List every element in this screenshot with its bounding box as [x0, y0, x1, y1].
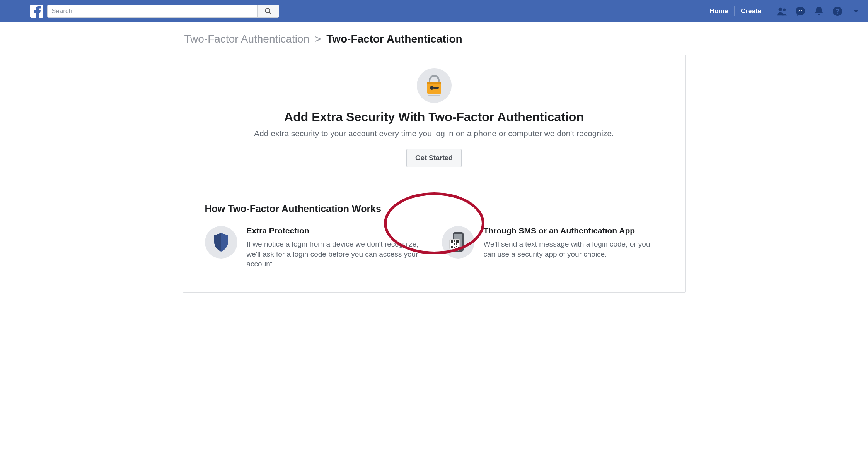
svg-point-4 — [783, 8, 786, 11]
topbar-icons: ? — [777, 6, 861, 16]
dropdown-icon[interactable] — [851, 6, 861, 16]
main-card: Add Extra Security With Two-Factor Authe… — [183, 55, 686, 293]
how-item-sms: Through SMS or an Authentication App We'… — [442, 226, 663, 269]
page-content: Two-Factor Authentication > Two-Factor A… — [183, 22, 686, 293]
notifications-icon[interactable] — [814, 6, 824, 16]
svg-rect-23 — [454, 240, 455, 242]
svg-rect-21 — [458, 247, 459, 248]
svg-rect-16 — [451, 240, 453, 243]
breadcrumb-parent[interactable]: Two-Factor Authentication — [184, 33, 310, 45]
facebook-logo[interactable] — [30, 5, 43, 18]
how-grid: Extra Protection If we notice a login fr… — [205, 226, 663, 269]
svg-rect-24 — [454, 247, 455, 248]
how-section: How Two-Factor Authentication Works Extr… — [183, 186, 685, 292]
search-input[interactable] — [48, 5, 257, 17]
get-started-button[interactable]: Get Started — [406, 149, 462, 167]
search-button[interactable] — [257, 5, 279, 17]
search-bar — [47, 5, 279, 18]
lock-icon — [417, 68, 452, 103]
breadcrumb: Two-Factor Authentication > Two-Factor A… — [183, 33, 686, 55]
breadcrumb-current: Two-Factor Authentication — [326, 33, 462, 45]
svg-rect-11 — [428, 95, 440, 96]
friends-icon[interactable] — [777, 6, 787, 16]
hero-title: Add Extra Security With Two-Factor Authe… — [191, 110, 677, 124]
shield-icon — [205, 226, 237, 259]
svg-point-9 — [430, 86, 434, 90]
how-item-title: Through SMS or an Authentication App — [484, 226, 663, 235]
hero-subtitle: Add extra security to your account every… — [191, 129, 677, 138]
svg-text:?: ? — [836, 8, 839, 15]
svg-rect-17 — [456, 240, 459, 243]
svg-point-3 — [779, 7, 782, 11]
messenger-icon[interactable] — [795, 6, 805, 16]
topbar-right: Home Create — [704, 0, 861, 22]
phone-qr-icon — [442, 226, 474, 259]
help-icon[interactable]: ? — [832, 6, 842, 16]
how-item-body: If we notice a login from a device we do… — [247, 239, 426, 269]
search-icon — [264, 7, 272, 15]
how-heading: How Two-Factor Authentication Works — [205, 203, 663, 214]
svg-line-2 — [269, 12, 271, 14]
svg-rect-10 — [433, 87, 439, 89]
nav-home[interactable]: Home — [704, 0, 734, 22]
how-item-protection: Extra Protection If we notice a login fr… — [205, 226, 426, 269]
svg-rect-8 — [427, 82, 441, 84]
svg-point-1 — [265, 8, 270, 13]
topbar: Home Create — [0, 0, 868, 22]
how-item-title: Extra Protection — [247, 226, 426, 235]
hero-section: Add Extra Security With Two-Factor Authe… — [183, 55, 685, 186]
svg-rect-22 — [456, 243, 457, 245]
how-item-body: We'll send a text message with a login c… — [484, 239, 663, 259]
breadcrumb-separator: > — [312, 33, 323, 45]
svg-rect-20 — [456, 246, 457, 247]
svg-rect-19 — [454, 243, 455, 245]
svg-rect-18 — [451, 246, 453, 248]
nav-create[interactable]: Create — [735, 0, 767, 22]
svg-point-14 — [457, 250, 459, 251]
